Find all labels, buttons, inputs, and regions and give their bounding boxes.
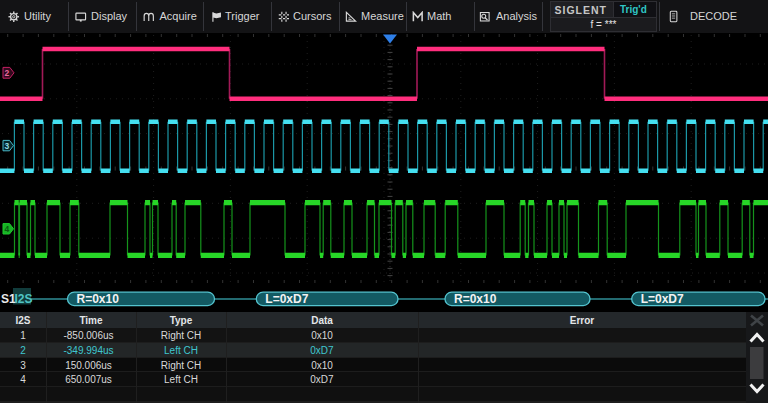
svg-text:4: 4 (4, 224, 9, 234)
svg-text:L=0xD7: L=0xD7 (265, 292, 308, 306)
svg-text:2: 2 (5, 68, 10, 78)
svg-text:I2S: I2S (15, 292, 33, 306)
svg-text:L=0xD7: L=0xD7 (641, 292, 684, 306)
svg-text:R=0x10: R=0x10 (454, 292, 497, 306)
svg-text:R=0x10: R=0x10 (77, 292, 120, 306)
svg-text:3: 3 (4, 141, 9, 151)
